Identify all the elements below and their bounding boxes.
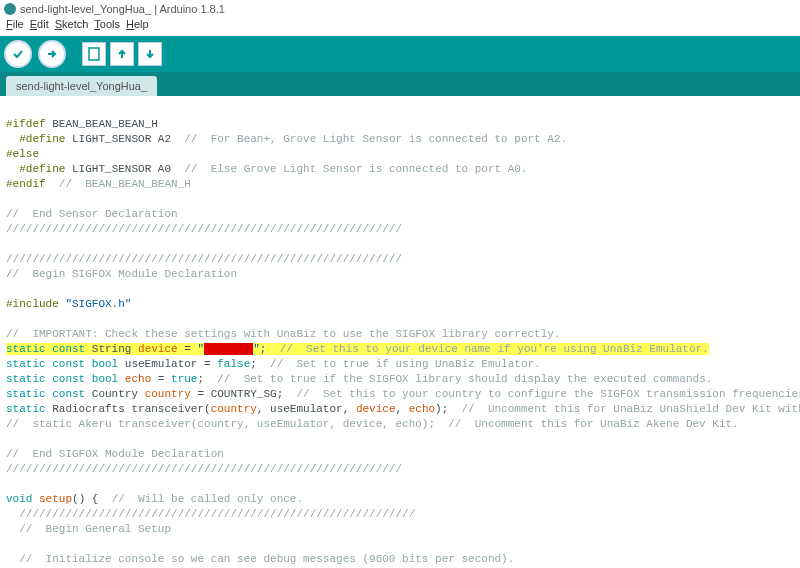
- code-token: #include: [6, 298, 59, 310]
- code-comment: // static Akeru transceiver(country, use…: [6, 418, 739, 430]
- open-button[interactable]: [110, 42, 134, 66]
- menu-tools[interactable]: Tools: [92, 18, 122, 36]
- code-token: #endif: [6, 178, 46, 190]
- code-comment: ////////////////////////////////////////…: [6, 223, 402, 235]
- tab-sketch[interactable]: send-light-level_YongHua_: [6, 76, 157, 96]
- save-button[interactable]: [138, 42, 162, 66]
- code-token: // For Bean+, Grove Light Sensor is conn…: [184, 133, 567, 145]
- code-token: BEAN_BEAN_BEAN_H: [46, 118, 158, 130]
- window-titlebar: send-light-level_YongHua_ | Arduino 1.8.…: [0, 0, 800, 18]
- check-icon: [12, 48, 24, 60]
- file-icon: [88, 47, 100, 61]
- code-token: #ifdef: [6, 118, 46, 130]
- code-comment: // End Sensor Declaration: [6, 208, 178, 220]
- code-editor[interactable]: #ifdef BEAN_BEAN_BEAN_H #define LIGHT_SE…: [0, 96, 800, 568]
- toolbar: [0, 36, 800, 72]
- menubar: File Edit Sketch Tools Help: [0, 18, 800, 36]
- code-token: #define: [6, 163, 65, 175]
- arrow-up-icon: [116, 48, 128, 60]
- code-token: "SIGFOX.h": [59, 298, 132, 310]
- code-comment: ////////////////////////////////////////…: [6, 463, 402, 475]
- code-comment: ////////////////////////////////////////…: [6, 508, 415, 520]
- menu-file[interactable]: File: [4, 18, 26, 36]
- code-token: #define: [6, 133, 65, 145]
- code-token: #else: [6, 148, 39, 160]
- redacted-text: [204, 343, 253, 355]
- arrow-right-icon: [46, 48, 58, 60]
- code-comment: // Begin General Setup: [6, 523, 171, 535]
- arduino-logo-icon: [4, 3, 16, 15]
- code-comment: // Initialize console so we can see debu…: [6, 553, 514, 565]
- svg-rect-0: [89, 48, 99, 60]
- new-button[interactable]: [82, 42, 106, 66]
- code-comment: // End SIGFOX Module Declaration: [6, 448, 224, 460]
- menu-edit[interactable]: Edit: [28, 18, 51, 36]
- code-comment: ////////////////////////////////////////…: [6, 253, 402, 265]
- tab-strip: send-light-level_YongHua_: [0, 72, 800, 96]
- code-token: LIGHT_SENSOR A0: [65, 163, 184, 175]
- arrow-down-icon: [144, 48, 156, 60]
- code-comment: // Begin SIGFOX Module Declaration: [6, 268, 237, 280]
- code-token: static: [6, 403, 46, 415]
- window-title: send-light-level_YongHua_ | Arduino 1.8.…: [20, 3, 225, 15]
- code-token: // Else Grove Light Sensor is connected …: [184, 163, 527, 175]
- code-token: void: [6, 493, 32, 505]
- code-token: static const bool: [6, 373, 118, 385]
- code-token: static const bool: [6, 358, 118, 370]
- verify-button[interactable]: [4, 40, 32, 68]
- highlighted-line: static const String device = " "; // Set…: [6, 343, 709, 355]
- menu-sketch[interactable]: Sketch: [53, 18, 91, 36]
- code-token: // BEAN_BEAN_BEAN_H: [46, 178, 191, 190]
- code-token: LIGHT_SENSOR A2: [65, 133, 184, 145]
- upload-button[interactable]: [38, 40, 66, 68]
- code-token: static const: [6, 388, 85, 400]
- menu-help[interactable]: Help: [124, 18, 151, 36]
- code-comment: // IMPORTANT: Check these settings with …: [6, 328, 561, 340]
